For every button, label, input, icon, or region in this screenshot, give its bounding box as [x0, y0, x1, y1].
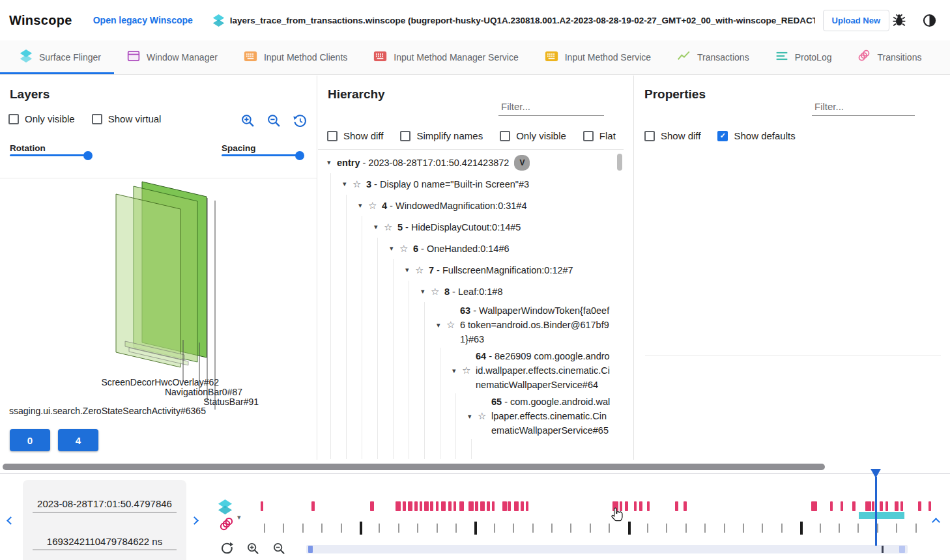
- tab-transitions[interactable]: Transitions: [844, 40, 934, 74]
- layers-entry-tick[interactable]: [532, 524, 534, 533]
- expand-caret-icon[interactable]: ▾: [405, 266, 415, 274]
- layers-entry-tick[interactable]: [609, 524, 610, 533]
- tree-node-8[interactable]: ▾☆8 - Leaf:0:1#8: [318, 281, 616, 302]
- layers-checkbox-show-virtual[interactable]: Show virtual: [92, 113, 162, 124]
- transition-mark[interactable]: [468, 501, 474, 511]
- tab-input-method-manager-service[interactable]: Input Method Manager Service: [360, 40, 531, 74]
- layers-entry-tick[interactable]: [743, 524, 744, 533]
- transition-mark[interactable]: [441, 501, 446, 511]
- tab-protolog[interactable]: ProtoLog: [762, 40, 845, 74]
- transition-mark[interactable]: [521, 501, 524, 511]
- rotation-slider[interactable]: [10, 154, 88, 156]
- next-entry-button[interactable]: [189, 512, 200, 529]
- hierarchy-checkbox-flat[interactable]: Flat: [583, 130, 616, 141]
- transition-mark[interactable]: [811, 501, 817, 511]
- transition-mark[interactable]: [675, 501, 678, 511]
- layers-entry-tick[interactable]: [437, 524, 438, 533]
- tree-node-65[interactable]: ▾☆65 - com.google.android.wallpaper.effe…: [318, 393, 616, 439]
- transition-mark[interactable]: [414, 501, 418, 511]
- expand-caret-icon[interactable]: ▾: [327, 158, 337, 167]
- star-icon[interactable]: ☆: [368, 200, 382, 212]
- transition-mark[interactable]: [492, 501, 495, 511]
- tree-node-4[interactable]: ▾☆4 - WindowedMagnification:0:31#4: [318, 195, 616, 216]
- transitions-icon[interactable]: [219, 517, 234, 532]
- layers-entry-tick[interactable]: [360, 522, 362, 535]
- expand-caret-icon[interactable]: ▾: [437, 321, 446, 329]
- tab-input-method-service[interactable]: Input Method Service: [532, 40, 664, 74]
- transition-mark[interactable]: [684, 501, 687, 511]
- transition-mark[interactable]: [430, 501, 433, 511]
- transition-mark[interactable]: [647, 501, 650, 511]
- tree-node-7[interactable]: ▾☆7 - FullscreenMagnification:0:12#7: [318, 259, 616, 281]
- checkbox-unchecked[interactable]: [500, 131, 510, 141]
- transition-mark[interactable]: [928, 501, 931, 511]
- minimap-range-end[interactable]: [899, 546, 905, 553]
- transitions-track[interactable]: [259, 501, 942, 512]
- tab-window-manager[interactable]: Window Manager: [114, 40, 231, 74]
- expand-caret-icon[interactable]: ▾: [421, 287, 431, 296]
- star-icon[interactable]: ☆: [478, 410, 491, 422]
- layers-entry-tick[interactable]: [800, 522, 803, 535]
- tree-node-63[interactable]: ▾☆63 - WallpaperWindowToken{fa0eef6 toke…: [318, 302, 616, 348]
- transition-mark[interactable]: [475, 501, 478, 511]
- display-button-0[interactable]: 0: [10, 429, 50, 451]
- reset-view-icon[interactable]: [293, 113, 308, 128]
- transition-mark[interactable]: [885, 501, 888, 511]
- star-icon[interactable]: ☆: [462, 365, 476, 376]
- transition-mark[interactable]: [448, 501, 452, 511]
- transition-mark[interactable]: [895, 501, 899, 511]
- tree-node-3[interactable]: ▾☆3 - Display 0 name="Built-in Screen"#3: [318, 173, 616, 195]
- zoom-selection-band[interactable]: [859, 512, 904, 519]
- properties-filter-input[interactable]: [812, 99, 915, 116]
- transition-mark[interactable]: [261, 501, 263, 511]
- properties-checkbox-show-defaults[interactable]: ✓Show defaults: [717, 130, 795, 141]
- expand-caret-icon[interactable]: ▾: [343, 180, 353, 188]
- bug-report-icon[interactable]: [892, 13, 906, 27]
- layers-entry-tick[interactable]: [283, 524, 284, 533]
- rotation-slider-thumb[interactable]: [83, 151, 93, 160]
- transition-mark[interactable]: [634, 501, 637, 511]
- transition-mark[interactable]: [625, 501, 628, 511]
- layers-checkbox-only-visible[interactable]: Only visible: [8, 113, 75, 124]
- hierarchy-filter-input[interactable]: [498, 99, 604, 116]
- checkbox-unchecked[interactable]: [583, 131, 594, 141]
- layers-3d-canvas[interactable]: ScreenDecorHwcOverlay#62 NavigationBar0#…: [0, 178, 317, 421]
- transition-mark[interactable]: [408, 501, 412, 511]
- layers-entry-tick[interactable]: [513, 524, 514, 533]
- expand-caret-icon[interactable]: ▾: [452, 367, 462, 375]
- transition-mark[interactable]: [480, 501, 485, 511]
- hierarchy-checkbox-only-visible[interactable]: Only visible: [500, 130, 566, 141]
- display-button-4[interactable]: 4: [58, 429, 98, 451]
- transition-mark[interactable]: [311, 501, 315, 511]
- layers-entry-tick[interactable]: [820, 524, 821, 533]
- zoom-out-icon[interactable]: [266, 113, 281, 128]
- hierarchy-checkbox-show-diff[interactable]: Show diff: [327, 130, 383, 141]
- checkbox-unchecked[interactable]: [644, 131, 655, 141]
- transition-mark[interactable]: [459, 501, 464, 511]
- layers-entry-tick[interactable]: [762, 524, 763, 533]
- transition-mark[interactable]: [508, 501, 511, 511]
- layers-entry-tick[interactable]: [896, 524, 897, 533]
- tree-node-5[interactable]: ▾☆5 - HideDisplayCutout:0:14#5: [318, 216, 616, 238]
- star-icon[interactable]: ☆: [353, 178, 366, 190]
- transition-mark[interactable]: [612, 501, 618, 511]
- layers-entry-tick[interactable]: [379, 524, 380, 533]
- layers-entry-tick[interactable]: [685, 524, 687, 533]
- spacing-slider[interactable]: [222, 154, 300, 156]
- layers-entry-tick[interactable]: [551, 524, 553, 533]
- layers-track[interactable]: [259, 521, 942, 535]
- checkbox-unchecked[interactable]: [400, 131, 410, 141]
- minimap-range-start[interactable]: [308, 546, 313, 553]
- tab-input-method-clients[interactable]: Input Method Clients: [231, 40, 360, 74]
- ns-time-input[interactable]: [33, 536, 177, 550]
- transition-mark[interactable]: [453, 501, 456, 511]
- star-icon[interactable]: ☆: [431, 286, 444, 298]
- checkbox-unchecked[interactable]: [327, 131, 338, 141]
- star-icon[interactable]: ☆: [446, 319, 460, 331]
- hierarchy-scrollbar[interactable]: [617, 154, 622, 171]
- layers-entry-tick[interactable]: [455, 524, 457, 533]
- star-icon[interactable]: ☆: [384, 221, 397, 233]
- transition-mark[interactable]: [424, 501, 429, 511]
- hierarchy-checkbox-simplify-names[interactable]: Simplify names: [400, 130, 483, 141]
- transition-mark[interactable]: [370, 501, 374, 511]
